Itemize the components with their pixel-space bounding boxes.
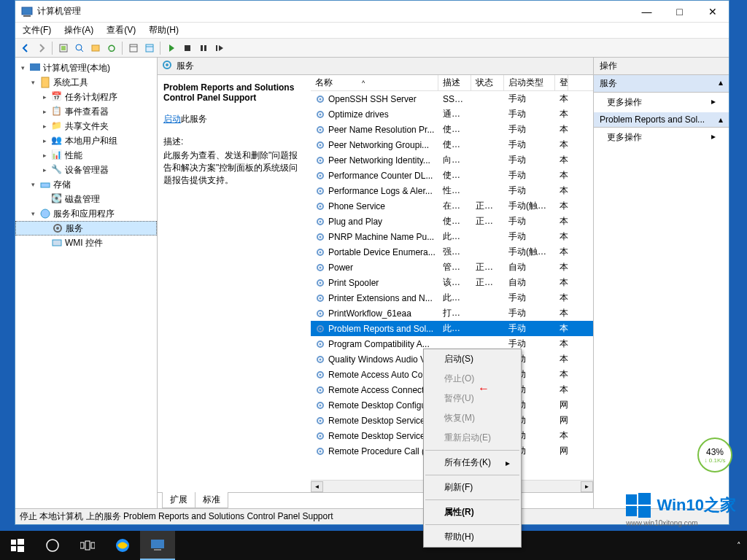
menu-file[interactable]: 文件(F) bbox=[20, 23, 54, 38]
table-row[interactable]: OpenSSH SSH Server SSH ... 手动 本 bbox=[311, 91, 593, 106]
svg-rect-14 bbox=[30, 63, 40, 71]
tool-btn-6[interactable] bbox=[142, 41, 157, 55]
start-link[interactable]: 启动 bbox=[163, 114, 181, 124]
svg-rect-72 bbox=[638, 493, 651, 505]
svg-rect-5 bbox=[92, 45, 99, 51]
forward-button[interactable] bbox=[34, 41, 49, 55]
ctx-start[interactable]: 启动(S) bbox=[424, 349, 521, 369]
svg-rect-11 bbox=[201, 45, 203, 51]
tree-item[interactable]: ▸🔧设备管理器 bbox=[15, 163, 157, 177]
tree-item[interactable]: 💽磁盘管理 bbox=[15, 192, 157, 206]
svg-rect-84 bbox=[151, 540, 164, 548]
tree-storage[interactable]: ▾存储 bbox=[15, 177, 157, 192]
tab-standard[interactable]: 标准 bbox=[195, 492, 228, 508]
ctx-refresh[interactable]: 刷新(F) bbox=[424, 478, 521, 497]
taskbar-ie[interactable] bbox=[105, 531, 140, 560]
tree-item[interactable]: ▸👥本地用户和组 bbox=[15, 133, 157, 148]
svg-rect-78 bbox=[18, 546, 24, 552]
pause-button[interactable] bbox=[196, 41, 211, 55]
menu-help[interactable]: 帮助(H) bbox=[146, 23, 182, 38]
gear-icon bbox=[315, 339, 325, 349]
scroll-right[interactable]: ► bbox=[581, 481, 593, 492]
tree-systools[interactable]: ▾系统工具 bbox=[15, 75, 157, 90]
table-row[interactable]: Performance Counter DL... 使远... 手动 本 bbox=[311, 168, 593, 183]
center-header: 服务 bbox=[158, 58, 593, 75]
taskbar-mmc[interactable] bbox=[140, 531, 175, 560]
tool-btn-4[interactable] bbox=[104, 41, 119, 55]
play-button[interactable] bbox=[164, 41, 179, 55]
svg-rect-73 bbox=[626, 506, 637, 516]
close-button[interactable]: ✕ bbox=[696, 1, 729, 23]
menu-action[interactable]: 操作(A) bbox=[61, 23, 96, 38]
gear-icon bbox=[315, 431, 325, 441]
table-row[interactable]: Phone Service 在设... 正在... 手动(触发... 本 bbox=[311, 198, 593, 214]
scroll-left[interactable]: ◄ bbox=[311, 481, 323, 492]
actions-more-1[interactable]: 更多操作▸ bbox=[594, 93, 729, 112]
minimize-button[interactable]: — bbox=[630, 1, 663, 23]
table-row[interactable]: PNRP Machine Name Pu... 此服... 手动 本 bbox=[311, 229, 593, 244]
menu-view[interactable]: 查看(V) bbox=[104, 23, 139, 38]
table-row[interactable]: PrintWorkflow_61eaa 打印... 手动 本 bbox=[311, 306, 593, 321]
tree-item[interactable]: ▸📊性能 bbox=[15, 148, 157, 163]
table-row[interactable]: Peer Name Resolution Pr... 使用... 手动 本 bbox=[311, 122, 593, 137]
table-row[interactable]: Peer Networking Identity... 向对... 手动 本 bbox=[311, 152, 593, 168]
tree-wmi[interactable]: WMI 控件 bbox=[15, 236, 157, 250]
svg-point-52 bbox=[320, 312, 322, 314]
col-start[interactable]: 启动类型 bbox=[504, 75, 555, 90]
tree-item[interactable]: ▸📁共享文件夹 bbox=[15, 119, 157, 133]
actions-more-2[interactable]: 更多操作▸ bbox=[594, 128, 729, 147]
ctx-resume: 恢复(M) bbox=[424, 408, 521, 428]
col-as[interactable]: 登 bbox=[555, 75, 568, 90]
col-state[interactable]: 状态 bbox=[471, 75, 504, 90]
tray-chevron-icon[interactable]: ˄ bbox=[737, 541, 741, 551]
tree-item[interactable]: ▸📋事件查看器 bbox=[15, 104, 157, 119]
gear-icon bbox=[315, 201, 325, 211]
svg-rect-82 bbox=[91, 542, 95, 548]
col-name[interactable]: 名称^ bbox=[311, 75, 438, 90]
svg-rect-16 bbox=[41, 183, 50, 187]
back-button[interactable] bbox=[18, 41, 33, 55]
tree-services[interactable]: 服务 bbox=[15, 221, 157, 236]
restart-button[interactable] bbox=[212, 41, 227, 55]
tool-btn-2[interactable] bbox=[72, 41, 87, 55]
svg-point-66 bbox=[320, 419, 322, 421]
svg-point-22 bbox=[166, 63, 169, 66]
table-row[interactable]: Printer Extensions and N... 此服... 手动 本 bbox=[311, 290, 593, 306]
table-row[interactable]: Performance Logs & Aler... 性能... 手动 本 bbox=[311, 183, 593, 198]
ctx-pause: 暂停(U) bbox=[424, 389, 521, 408]
svg-point-56 bbox=[320, 343, 322, 345]
table-row[interactable]: Peer Networking Groupi... 使用... 手动 本 bbox=[311, 137, 593, 152]
stop-button[interactable] bbox=[180, 41, 195, 55]
tool-btn-3[interactable] bbox=[88, 41, 103, 55]
col-desc[interactable]: 描述 bbox=[438, 75, 471, 90]
table-row[interactable]: Optimize drives 通过... 手动 本 bbox=[311, 106, 593, 122]
annotation-arrow: ← bbox=[478, 382, 489, 395]
ctx-stop: 停止(O) bbox=[424, 369, 521, 389]
table-row[interactable]: Problem Reports and Sol... 此服... 手动 本 bbox=[311, 321, 593, 336]
percent-widget[interactable]: 43% ↓ 0.1K/s bbox=[697, 438, 732, 472]
maximize-button[interactable]: □ bbox=[663, 1, 696, 23]
ctx-properties[interactable]: 属性(R) bbox=[424, 502, 521, 522]
statusbar: 停止 本地计算机 上的服务 Problem Reports and Soluti… bbox=[15, 508, 729, 524]
tab-extended[interactable]: 扩展 bbox=[162, 492, 196, 508]
svg-point-62 bbox=[320, 389, 322, 391]
tree-root[interactable]: ▾计算机管理(本地) bbox=[15, 61, 157, 75]
table-row[interactable]: Plug and Play 使计... 正在... 手动 本 bbox=[311, 214, 593, 229]
tree-item[interactable]: ▸📅任务计划程序 bbox=[15, 90, 157, 104]
system-tray[interactable]: ˄ bbox=[737, 541, 747, 551]
table-row[interactable]: Portable Device Enumera... 强制... 手动(触发..… bbox=[311, 244, 593, 260]
watermark-logo: Win10之家 www.win10xitong.com bbox=[626, 493, 736, 527]
table-row[interactable]: Print Spooler 该服... 正在... 自动 本 bbox=[311, 275, 593, 290]
start-button[interactable] bbox=[0, 531, 35, 560]
tool-btn-1[interactable] bbox=[56, 41, 71, 55]
app-icon bbox=[21, 6, 33, 18]
tool-btn-5[interactable] bbox=[126, 41, 141, 55]
taskview-button[interactable] bbox=[70, 531, 105, 560]
table-row[interactable]: Power 管理... 正在... 自动 本 bbox=[311, 260, 593, 275]
ctx-alltasks[interactable]: 所有任务(K)▸ bbox=[424, 453, 521, 472]
svg-rect-13 bbox=[216, 45, 217, 51]
svg-point-64 bbox=[320, 404, 322, 406]
tree-apps[interactable]: ▾服务和应用程序 bbox=[15, 206, 157, 221]
cortana-button[interactable] bbox=[35, 531, 70, 560]
ctx-help[interactable]: 帮助(H) bbox=[424, 527, 521, 547]
